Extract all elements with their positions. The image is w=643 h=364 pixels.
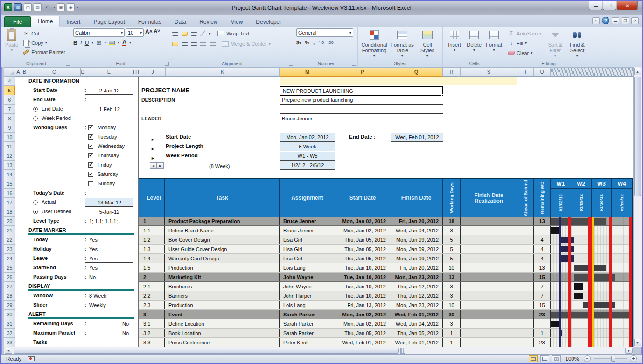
workbook-close-icon[interactable]: ✕ — [631, 17, 639, 24]
scroll-right-icon[interactable]: ► — [625, 348, 633, 354]
alignment-dialog-launcher-icon[interactable] — [289, 62, 293, 66]
cell-ahead-behind[interactable] — [517, 329, 534, 337]
cell-remaining-wd[interactable]: 4 — [534, 235, 551, 244]
checkbox-friday[interactable]: ✔ — [88, 162, 93, 168]
autosum-button[interactable]: ΣAutoSum▾ — [508, 29, 545, 37]
workbook-minimize-icon[interactable]: ▬ — [612, 17, 619, 24]
task-row-2.3[interactable]: 2.3ProductionLois LangFri, Jan 13, 2012M… — [139, 301, 632, 310]
header-assignment[interactable]: Assignment — [280, 179, 335, 217]
number-format-select[interactable]: General▾ — [296, 28, 353, 37]
format-as-table-button[interactable]: Format as Table▾ — [389, 28, 416, 60]
cell-finish-date-realization[interactable] — [461, 235, 517, 244]
custom-tool-icon[interactable]: ▣ — [57, 3, 65, 11]
copy-button[interactable]: Copy▾ — [23, 39, 65, 47]
row-header-8[interactable]: 8 — [4, 114, 15, 123]
cell-start-date[interactable]: Tue, Jan 10, 2012 — [335, 282, 390, 291]
tab-review[interactable]: Review — [193, 17, 224, 27]
row-header-29[interactable]: 29 — [4, 301, 15, 310]
cell-ahead-behind[interactable] — [517, 291, 534, 300]
paste-button[interactable]: Paste▾ — [3, 28, 20, 56]
align-right-button[interactable] — [191, 42, 197, 46]
cell-assignment[interactable]: Lisa Girl — [280, 245, 335, 253]
cell-start-date[interactable]: Mon, Jan 02, 2012 — [335, 310, 390, 319]
row-header-6[interactable]: 6 — [4, 95, 15, 105]
task-row-1[interactable]: 1Product Package PreparationBruce Jenner… — [139, 217, 632, 226]
grow-font-button[interactable]: A˄ — [145, 28, 153, 37]
cell-assignment[interactable]: Sarah Parker — [280, 329, 335, 337]
value-cell[interactable]: 13-Mar-12 — [85, 198, 133, 207]
cell-working-days[interactable]: 13 — [443, 273, 461, 281]
cell-task[interactable]: Brochures — [165, 282, 280, 291]
cell-working-days[interactable]: 5 — [443, 254, 461, 263]
col-header-J[interactable]: J — [140, 67, 166, 77]
row-header-32[interactable]: 32 — [4, 329, 15, 338]
cell-start-date[interactable]: Thu, Jan 05, 2012 — [335, 329, 390, 337]
row-header-11[interactable]: 11 — [4, 142, 15, 151]
cell-remaining-wd[interactable]: 7 — [534, 282, 551, 291]
horizontal-scrollbar[interactable]: ◄ ► — [4, 347, 633, 354]
value-cell[interactable]: Weekly — [85, 301, 133, 309]
align-center-button[interactable] — [182, 42, 188, 46]
value-cell[interactable]: Yes — [85, 254, 133, 263]
cell-remaining-wd[interactable]: 15 — [534, 273, 551, 281]
cell-finish-date[interactable]: Mon, Jan 23, 2012 — [390, 273, 443, 281]
cell-assignment[interactable]: Sarah Parker — [280, 310, 335, 319]
value-cell[interactable]: 1; 1.1; 1.1.1; .. — [85, 217, 133, 225]
cell-finish-date[interactable]: Fri, Jan 20, 2012 — [390, 263, 443, 272]
align-left-button[interactable] — [172, 42, 178, 46]
col-header-H[interactable]: H — [133, 67, 137, 77]
row-header-17[interactable]: 17 — [4, 198, 15, 207]
cell-finish-date[interactable]: Thu, Jan 05, 2012 — [390, 329, 443, 337]
macro-record-icon[interactable] — [28, 356, 35, 361]
cell-remaining-wd[interactable] — [534, 319, 551, 328]
align-bottom-button[interactable] — [191, 32, 197, 36]
radio-user-defined[interactable] — [33, 210, 38, 214]
cell-task[interactable]: Production — [165, 301, 280, 309]
vertical-scroll-thumb[interactable] — [634, 77, 641, 196]
row-header-27[interactable]: 27 — [4, 282, 15, 291]
cell-level[interactable]: 1.1 — [139, 226, 165, 235]
header-start-date[interactable]: Start Date — [335, 179, 390, 217]
row-header-20[interactable]: 20 — [4, 217, 15, 226]
cell-finish-date-realization[interactable] — [461, 301, 517, 309]
cell-finish-date-realization[interactable] — [461, 310, 517, 319]
cell-assignment[interactable]: Lois Lang — [280, 301, 335, 309]
row-header-23[interactable]: 23 — [4, 245, 15, 254]
checkbox-wednesday[interactable]: ✔ — [88, 144, 93, 149]
task-row-2.2[interactable]: 2.2BannersJohn HarperTue, Jan 10, 2012Th… — [139, 291, 632, 301]
cell-finish-date-realization[interactable] — [461, 263, 517, 272]
task-row-2[interactable]: 2Marketing KitJohn WayneTue, Jan 10, 201… — [139, 273, 632, 282]
delete-cells-button[interactable]: Delete▾ — [464, 28, 484, 60]
cell-styles-button[interactable]: Cell Styles▾ — [416, 28, 439, 60]
cell-finish-date[interactable]: Thu, Jan 12, 2012 — [390, 291, 443, 300]
row-header-28[interactable]: 28 — [4, 291, 15, 301]
cell-working-days[interactable]: 3 — [443, 226, 461, 235]
row-header-18[interactable]: 18 — [4, 207, 15, 217]
qat-customize-icon[interactable]: ▾ — [77, 5, 78, 9]
cell-finish-date[interactable]: Wed, Feb 01, 2012 — [390, 310, 443, 319]
row-header-30[interactable]: 30 — [4, 310, 15, 319]
tab-insert[interactable]: Insert — [60, 17, 87, 27]
clipboard-dialog-launcher-icon[interactable] — [66, 62, 70, 66]
col-header-C[interactable]: C — [28, 67, 81, 77]
week-header-W3[interactable]: W301/16/12 — [592, 179, 612, 217]
cell-working-days[interactable]: 3 — [443, 282, 461, 291]
cell-start-date[interactable]: Tue, Jan 10, 2012 — [335, 273, 390, 281]
cell-finish-date-realization[interactable] — [461, 254, 517, 263]
cell-remaining-wd[interactable]: 13 — [534, 263, 551, 272]
cell-level[interactable]: 2.1 — [139, 282, 165, 291]
cell-finish-date-realization[interactable] — [461, 273, 517, 281]
cell-task[interactable]: Event — [165, 310, 280, 319]
cell-task[interactable]: Production — [165, 263, 280, 272]
excel-logo-icon[interactable]: X — [4, 3, 12, 11]
col-header-S[interactable]: S — [461, 67, 517, 77]
row-header-21[interactable]: 21 — [4, 226, 15, 235]
week-period-value-cell[interactable]: W1 - W5 — [280, 152, 335, 161]
tab-formulas[interactable]: Formulas — [132, 17, 168, 27]
cell-task[interactable]: Product Package Preparation — [165, 217, 280, 225]
checkbox-tuesday[interactable]: ✔ — [88, 134, 93, 140]
col-header-R[interactable]: R — [443, 67, 461, 77]
row-header-5[interactable]: 5 — [4, 86, 15, 95]
cell-remaining-wd[interactable]: 15 — [534, 301, 551, 309]
cell-level[interactable]: 2 — [139, 273, 165, 281]
